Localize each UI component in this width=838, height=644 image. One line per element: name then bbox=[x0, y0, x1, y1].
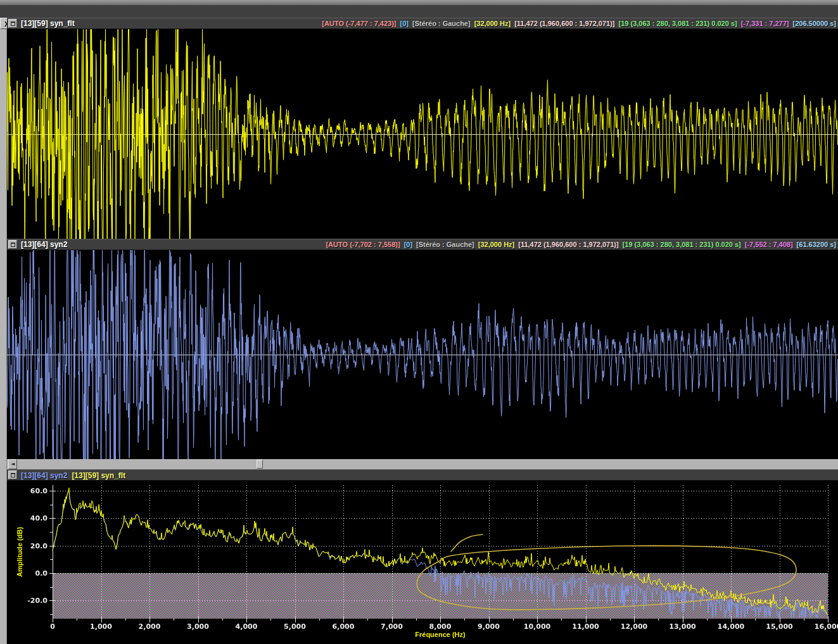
window-glyph-icon bbox=[11, 473, 15, 477]
status-segment: [AUTO (-7,477 : 7,423)] bbox=[322, 20, 396, 27]
status-segment: [-7,552 : 7,408] bbox=[745, 241, 793, 248]
status-segment: [-7,331 : 7,277] bbox=[741, 20, 789, 27]
titlebar-spectrum[interactable]: [13][64] syn2[13][59] syn_flt bbox=[7, 469, 838, 481]
titlebar-syn-flt[interactable]: [13][59] syn_flt [AUTO (-7,477 : 7,423)]… bbox=[7, 18, 838, 29]
status-segment: [13][59] syn_flt bbox=[72, 471, 125, 480]
status-segment: [32,000 Hz] bbox=[478, 241, 514, 248]
spectrum-plot[interactable] bbox=[7, 481, 838, 644]
spectrum-titles: [13][64] syn2[13][59] syn_flt bbox=[21, 469, 130, 481]
panel-title: [13][64] syn2 bbox=[21, 240, 67, 249]
status-readout: [AUTO (-7,477 : 7,423)][0][Stéréo : Gauc… bbox=[318, 20, 836, 27]
status-segment: [19 (3,063 : 280, 3,081 : 231) 0.020 s] bbox=[623, 241, 741, 248]
scrollbar-thumb-grip[interactable] bbox=[257, 460, 263, 469]
panel-menu-button[interactable] bbox=[8, 240, 17, 249]
status-segment: [0] bbox=[404, 241, 412, 248]
status-segment: [11,472 (1,960,600 : 1,972,071)] bbox=[514, 20, 614, 27]
status-segment: [32,000 Hz] bbox=[474, 20, 511, 27]
horizontal-scrollbar[interactable]: ◄ bbox=[7, 459, 838, 469]
status-segment: [Stéréo : Gauche] bbox=[412, 20, 471, 27]
status-segment: [19 (3,063 : 280, 3,081 : 231) 0.020 s] bbox=[619, 20, 737, 27]
status-segment: [Stéréo : Gauche] bbox=[416, 241, 474, 248]
panel-menu-button[interactable] bbox=[8, 19, 17, 28]
window-glyph-icon bbox=[11, 243, 15, 247]
audio-editor-window: X [13][59] syn_flt [AUTO (-7,477 : 7,423… bbox=[0, 0, 838, 644]
window-top-frame bbox=[0, 0, 838, 5]
status-segment: [0] bbox=[400, 20, 409, 27]
titlebar-syn2[interactable]: [13][64] syn2 [AUTO (-7,702 : 7,558)][0]… bbox=[7, 239, 838, 250]
waveform-syn-flt[interactable] bbox=[7, 29, 838, 239]
status-segment: [11,472 (1,960,600 : 1,972,071)] bbox=[518, 241, 618, 248]
left-gutter bbox=[0, 18, 7, 644]
status-segment: [61.63200 s] bbox=[797, 241, 836, 248]
toolbar-strip bbox=[0, 5, 838, 18]
status-segment: [13][64] syn2 bbox=[21, 471, 67, 480]
panel-menu-button[interactable] bbox=[8, 470, 17, 479]
waveform-syn2[interactable] bbox=[7, 250, 838, 459]
status-readout: [AUTO (-7,702 : 7,558)][0][Stéréo : Gauc… bbox=[322, 241, 836, 248]
window-glyph-icon bbox=[11, 22, 15, 26]
status-segment: [206.50000 s] bbox=[793, 20, 837, 27]
scroll-left-button[interactable]: ◄ bbox=[8, 459, 17, 469]
status-segment: [AUTO (-7,702 : 7,558)] bbox=[326, 241, 400, 248]
panel-title: [13][59] syn_flt bbox=[21, 19, 75, 28]
